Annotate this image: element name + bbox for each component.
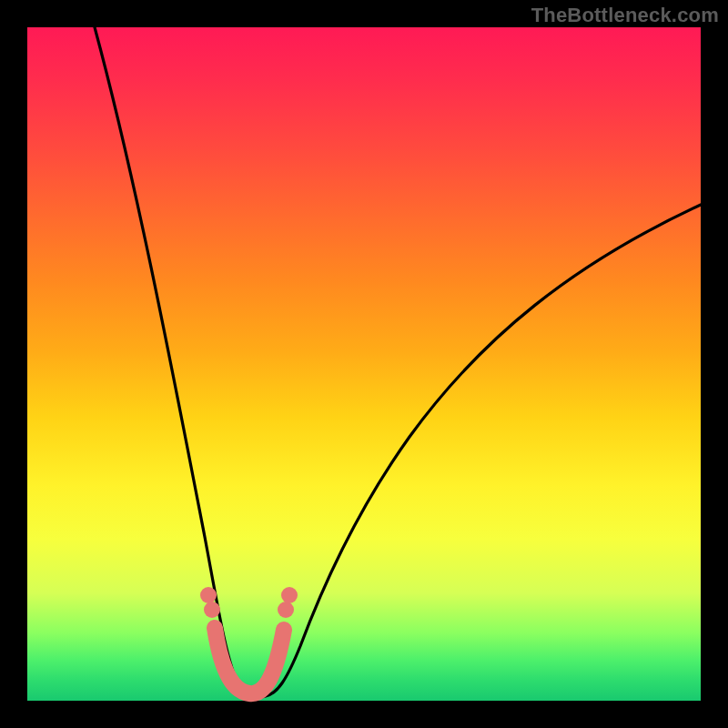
- svg-point-3: [281, 587, 298, 603]
- bottleneck-curve: [95, 27, 701, 697]
- watermark-text: TheBottleneck.com: [531, 4, 719, 27]
- svg-point-1: [204, 602, 220, 618]
- svg-point-2: [278, 602, 294, 618]
- chart-stage: TheBottleneck.com: [0, 0, 728, 728]
- highlight-markers: [200, 587, 298, 618]
- svg-point-0: [200, 587, 217, 603]
- plot-area: [27, 27, 701, 701]
- chart-svg: [27, 27, 701, 701]
